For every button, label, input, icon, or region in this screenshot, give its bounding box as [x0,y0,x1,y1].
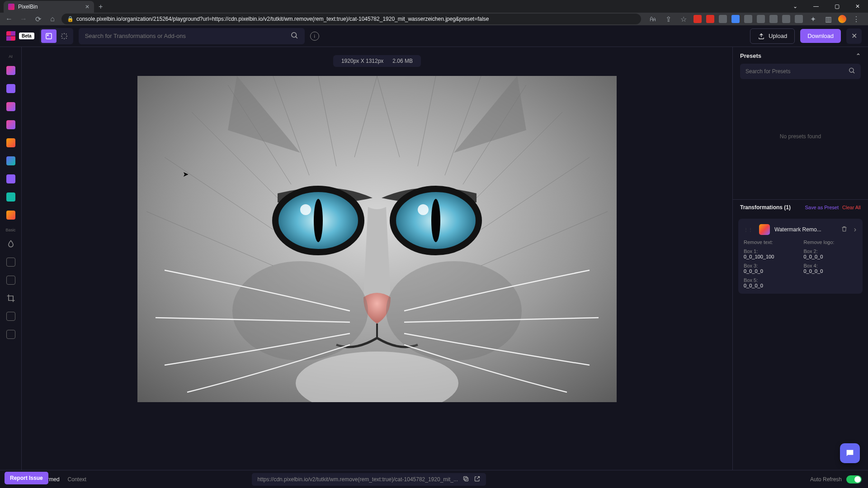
box3-value: 0_0_0_0 [744,268,797,274]
svg-rect-0 [46,33,52,39]
box1-label: Box 1: [744,249,797,254]
search-transformations[interactable] [79,28,305,44]
close-tab-icon[interactable]: ✕ [85,4,90,10]
svg-rect-17 [463,476,467,480]
image-dimensions: 1920px X 1312px [341,58,383,64]
extension-icon[interactable] [744,15,752,23]
rail-tool-8[interactable] [3,189,19,205]
extension-icon[interactable] [769,15,778,23]
tool-icon [6,312,15,321]
info-icon[interactable]: i [310,32,319,41]
bottom-bar: Transformed Context https://cdn.pixelbin… [0,470,868,488]
rail-tool-9[interactable] [3,207,19,223]
browser-menu-icon[interactable]: ⋮ [851,14,862,24]
box5-label: Box 5: [744,277,797,283]
extension-icon[interactable] [731,15,740,23]
extensions-menu-icon[interactable]: ✦ [807,14,818,24]
save-as-preset-button[interactable]: Save as Preset [805,205,839,210]
drag-handle-icon[interactable]: ⋮⋮ [744,227,753,232]
abp-extension-icon[interactable] [693,15,702,23]
rail-basic-2[interactable] [3,254,19,270]
search-icon[interactable] [848,67,855,76]
image-preview[interactable]: ➤ [137,76,617,402]
tab-title: PixelBin [18,4,38,10]
logo-mark-icon [6,31,16,41]
back-icon[interactable]: ← [4,14,14,24]
chat-icon [845,448,855,458]
image-filesize: 2.06 MB [392,58,413,64]
browser-chrome: PixelBin ✕ + ⌄ — ▢ ✕ ← → ⟳ ⌂ 🔒 console.p… [0,0,868,25]
rail-basic-6[interactable] [3,326,19,343]
watermark-remover-icon [759,224,770,235]
tool-icon [6,258,15,267]
adblock-extension-icon[interactable] [706,15,714,23]
open-url-icon[interactable] [474,475,481,483]
rail-basic-5[interactable] [3,308,19,324]
rail-tool-6[interactable] [3,153,19,169]
image-metadata: 1920px X 1312px 2.06 MB [333,55,421,67]
rail-tool-5[interactable] [3,135,19,151]
search-input[interactable] [85,33,290,39]
reload-icon[interactable]: ⟳ [33,14,43,24]
search-icon[interactable] [290,31,298,41]
rail-tool-4[interactable] [3,117,19,133]
rail-section-ai: AI [9,54,13,59]
crop-icon [6,294,15,303]
report-issue-button[interactable]: Report Issue [5,472,48,484]
share-icon[interactable]: ⇪ [663,14,674,24]
rail-tool-3[interactable] [3,99,19,115]
bookmark-icon[interactable]: ☆ [678,14,689,24]
tool-icon [6,156,15,165]
chevron-down-icon[interactable]: ⌄ [785,0,806,13]
favicon-icon [8,4,14,10]
address-bar[interactable]: 🔒 console.pixelbin.io/organization/21526… [61,14,641,24]
rail-basic-1[interactable] [3,236,19,252]
delete-transformation-icon[interactable] [840,225,849,235]
copy-url-icon[interactable] [462,475,469,483]
close-panel-button[interactable]: ✕ [846,28,862,44]
maximize-icon[interactable]: ▢ [826,0,847,13]
svg-point-10 [300,204,311,215]
transformations-title: Transformations (1) [740,204,801,211]
rail-tool-1[interactable] [3,62,19,79]
sparkle-icon [60,32,68,40]
download-button[interactable]: Download [800,29,841,43]
clear-all-button[interactable]: Clear All [842,205,861,210]
browser-tab[interactable]: PixelBin ✕ [4,1,94,13]
translate-icon[interactable]: 🗛 [647,14,658,24]
minimize-icon[interactable]: — [806,0,826,13]
rail-basic-4[interactable] [3,290,19,306]
right-panel: Presets ⌃ No presets found Transformatio… [732,47,868,470]
rail-basic-3[interactable] [3,272,19,288]
expand-transformation-icon[interactable]: › [853,225,857,235]
side-panel-icon[interactable]: ▥ [823,14,834,24]
logo[interactable]: Beta [6,31,34,41]
box4-value: 0_0_0_0 [804,268,858,274]
mode-code-button[interactable] [57,29,72,43]
chevron-up-icon[interactable]: ⌃ [856,52,861,59]
preset-search-input[interactable] [745,68,848,75]
mode-toggle [40,28,73,44]
auto-refresh-toggle[interactable] [846,475,862,483]
extension-icon[interactable] [782,15,790,23]
transformation-name: Watermark Remo... [774,226,835,233]
tab-context[interactable]: Context [68,476,86,483]
extension-icon[interactable] [757,15,765,23]
svg-point-8 [314,199,323,242]
close-window-icon[interactable]: ✕ [847,0,868,13]
extension-icon[interactable] [719,15,727,23]
new-tab-button[interactable]: + [94,1,107,13]
mode-image-button[interactable] [41,29,57,43]
chat-fab-button[interactable] [840,443,860,463]
rail-tool-7[interactable] [3,171,19,187]
preset-search[interactable] [740,64,861,79]
avatar-icon[interactable] [838,15,846,23]
rail-tool-2[interactable] [3,80,19,97]
home-icon[interactable]: ⌂ [47,14,58,24]
extension-icon[interactable] [795,15,803,23]
tool-icon [6,174,15,183]
forward-icon[interactable]: → [18,14,29,24]
remove-text-label: Remove text: [744,239,797,245]
tool-icon [6,276,15,285]
upload-button[interactable]: Upload [750,28,795,44]
